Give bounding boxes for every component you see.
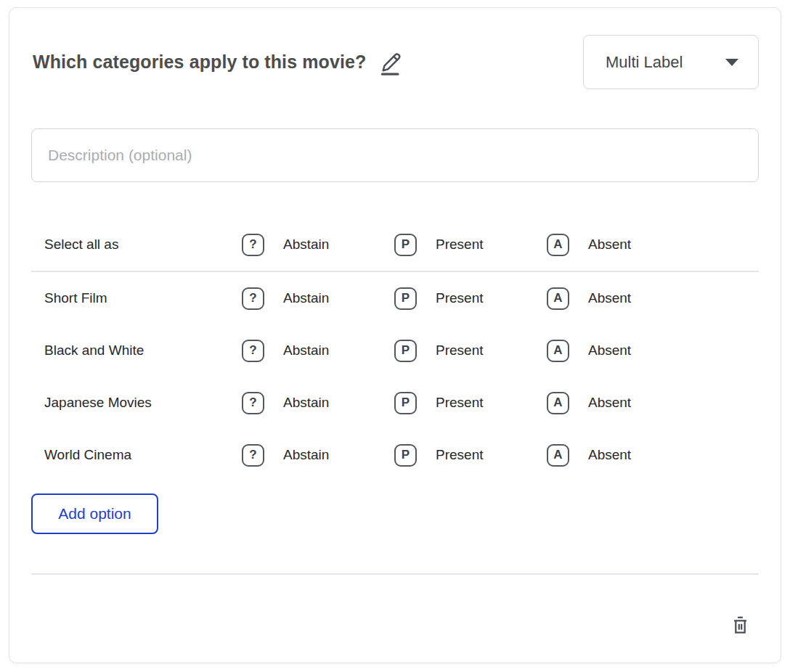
present-label: Present: [436, 343, 483, 358]
select-all-absent-choice[interactable]: A Absent: [547, 234, 759, 256]
description-input[interactable]: [31, 128, 759, 182]
abstain-label: Abstain: [283, 290, 329, 306]
abstain-key-icon: ?: [242, 287, 264, 310]
absent-key-icon: A: [547, 392, 569, 414]
abstain-choice[interactable]: ? Abstain: [242, 287, 394, 310]
present-label: Present: [436, 290, 483, 306]
absent-label: Absent: [588, 237, 631, 253]
abstain-label: Abstain: [283, 447, 329, 463]
absent-choice[interactable]: A Absent: [547, 392, 759, 414]
label-type-value: Multi Label: [606, 53, 683, 72]
absent-key-icon: A: [547, 234, 569, 256]
abstain-label: Abstain: [283, 237, 329, 253]
present-label: Present: [436, 447, 483, 463]
present-key-icon: P: [394, 444, 417, 467]
abstain-key-icon: ?: [242, 444, 264, 467]
option-name: Short Film: [44, 290, 242, 306]
option-row-japanese-movies: Japanese Movies ? Abstain P Present A Ab…: [31, 377, 759, 429]
present-choice[interactable]: P Present: [394, 287, 547, 310]
select-all-row: Select all as ? Abstain P Present A Abse…: [31, 218, 759, 271]
abstain-choice[interactable]: ? Abstain: [242, 340, 394, 362]
pencil-icon: [378, 49, 405, 78]
edit-title-button[interactable]: [378, 49, 405, 78]
present-choice[interactable]: P Present: [394, 444, 547, 467]
option-row-black-and-white: Black and White ? Abstain P Present A Ab…: [31, 324, 759, 377]
present-key-icon: P: [394, 340, 417, 362]
title-wrap: Which categories apply to this movie?: [31, 46, 405, 78]
present-key-icon: P: [394, 287, 417, 310]
absent-label: Absent: [588, 290, 631, 306]
abstain-label: Abstain: [283, 343, 329, 358]
add-option-button[interactable]: Add option: [31, 493, 158, 534]
absent-choice[interactable]: A Absent: [547, 340, 759, 362]
abstain-choice[interactable]: ? Abstain: [242, 444, 394, 467]
option-name: Black and White: [44, 343, 242, 358]
absent-label: Absent: [588, 447, 631, 463]
trash-icon: [730, 615, 750, 636]
caret-down-icon: [725, 59, 738, 66]
option-name: Japanese Movies: [44, 395, 242, 411]
present-choice[interactable]: P Present: [394, 340, 547, 362]
delete-classification-button[interactable]: [730, 615, 750, 636]
option-row-short-film: Short Film ? Abstain P Present A Absent: [31, 272, 759, 324]
question-title: Which categories apply to this movie?: [33, 52, 366, 73]
absent-key-icon: A: [547, 444, 569, 467]
select-all-abstain-choice[interactable]: ? Abstain: [242, 234, 394, 256]
select-all-present-choice[interactable]: P Present: [394, 234, 547, 256]
present-key-icon: P: [394, 234, 417, 256]
abstain-key-icon: ?: [242, 392, 264, 414]
classification-card: Which categories apply to this movie? Mu…: [9, 7, 781, 663]
select-all-label: Select all as: [44, 237, 242, 253]
absent-choice[interactable]: A Absent: [547, 444, 759, 467]
absent-key-icon: A: [547, 287, 569, 310]
abstain-choice[interactable]: ? Abstain: [242, 392, 394, 414]
absent-choice[interactable]: A Absent: [547, 287, 759, 310]
card-footer: [31, 575, 759, 636]
card-header: Which categories apply to this movie? Mu…: [31, 8, 759, 89]
present-label: Present: [436, 395, 483, 411]
label-type-dropdown[interactable]: Multi Label: [583, 35, 759, 89]
abstain-key-icon: ?: [242, 340, 264, 362]
present-label: Present: [436, 237, 483, 253]
present-choice[interactable]: P Present: [394, 392, 547, 414]
options-table: Select all as ? Abstain P Present A Abse…: [31, 218, 759, 481]
abstain-label: Abstain: [283, 395, 329, 411]
absent-label: Absent: [588, 343, 631, 358]
option-name: World Cinema: [44, 447, 242, 463]
absent-label: Absent: [588, 395, 631, 411]
abstain-key-icon: ?: [242, 234, 264, 256]
option-row-world-cinema: World Cinema ? Abstain P Present A Absen…: [31, 429, 759, 481]
absent-key-icon: A: [547, 340, 569, 362]
present-key-icon: P: [394, 392, 417, 414]
